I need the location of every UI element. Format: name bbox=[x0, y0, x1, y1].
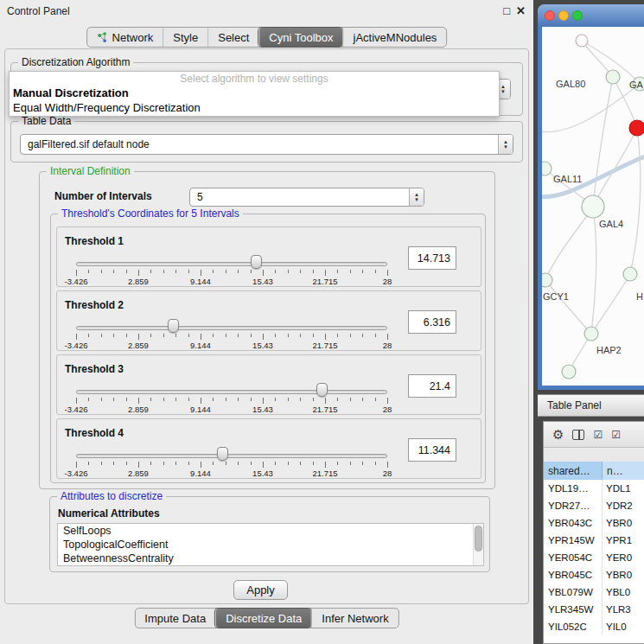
columns-icon[interactable] bbox=[572, 430, 584, 440]
tick-mark bbox=[126, 398, 127, 401]
table-row[interactable]: YER054CYER0 bbox=[544, 549, 644, 566]
tab-infer-network[interactable]: Infer Network bbox=[311, 609, 398, 628]
threshold-4-slider[interactable]: -3.4262.8599.14415.4321.71528 bbox=[76, 452, 387, 478]
table-row[interactable]: YBL079WYBL0 bbox=[544, 583, 644, 601]
table-data-combobox[interactable]: galFiltered.sif default node bbox=[20, 134, 513, 155]
table-cell: YLR3 bbox=[603, 601, 644, 618]
dropdown-option-manual-discretization[interactable]: Manual Discretization bbox=[10, 86, 499, 100]
slider-track[interactable] bbox=[76, 262, 387, 266]
tick-mark bbox=[337, 270, 338, 273]
close-traffic-light-icon[interactable] bbox=[545, 10, 555, 21]
table-row[interactable]: YDR27…YDR2 bbox=[544, 497, 644, 514]
group-label: Discretization Algorithm bbox=[18, 57, 133, 68]
minimize-traffic-light-icon[interactable] bbox=[558, 10, 569, 21]
list-item[interactable]: BetweennessCentrality bbox=[58, 552, 483, 565]
tab-impute-data[interactable]: Impute Data bbox=[135, 609, 215, 628]
tick-mark bbox=[337, 398, 338, 401]
table-row[interactable]: YBR043CYBR0 bbox=[544, 514, 644, 532]
group-label: Threshold's Coordinates for 5 Intervals bbox=[58, 208, 243, 220]
scrollbar-thumb[interactable] bbox=[475, 526, 482, 552]
slider-tick-labels: -3.4262.8599.14415.4321.71528 bbox=[76, 469, 387, 478]
threshold-3-slider[interactable]: -3.4262.8599.14415.4321.71528 bbox=[76, 388, 387, 414]
combo-value: 5 bbox=[190, 191, 409, 203]
tick-label: 15.43 bbox=[252, 277, 273, 286]
tab-label: Infer Network bbox=[322, 612, 388, 625]
tick-mark bbox=[362, 270, 363, 273]
tick-mark bbox=[213, 270, 214, 273]
apply-button[interactable]: Apply bbox=[233, 580, 288, 600]
slider-track[interactable] bbox=[76, 390, 387, 394]
column-header-name[interactable]: n… bbox=[603, 462, 644, 480]
network-node[interactable] bbox=[623, 267, 637, 281]
number-of-intervals-combobox[interactable]: 5 bbox=[189, 188, 424, 207]
tick-mark bbox=[263, 334, 264, 340]
network-node[interactable] bbox=[562, 365, 576, 379]
slider-thumb[interactable] bbox=[316, 383, 328, 397]
network-node[interactable] bbox=[584, 327, 598, 341]
tick-mark bbox=[88, 270, 89, 273]
number-of-intervals-label: Number of Intervals bbox=[54, 190, 152, 202]
tab-discretize-data[interactable]: Discretize Data bbox=[215, 609, 311, 628]
tick-label: 28 bbox=[383, 405, 392, 414]
network-node[interactable] bbox=[542, 273, 552, 287]
tick-mark bbox=[251, 270, 252, 273]
threshold-value-field[interactable]: 21.4 bbox=[408, 374, 456, 398]
slider-thumb[interactable] bbox=[168, 319, 179, 333]
list-item[interactable]: SelfLoops bbox=[58, 524, 483, 538]
tab-style[interactable]: Style bbox=[163, 28, 207, 47]
network-window-titlebar[interactable] bbox=[538, 4, 644, 27]
threshold-value-field[interactable]: 6.316 bbox=[408, 310, 456, 334]
close-icon[interactable]: ✕ bbox=[516, 4, 526, 17]
tick-mark bbox=[325, 398, 326, 404]
table-panel-header[interactable]: Table Panel bbox=[538, 394, 644, 417]
tab-network[interactable]: Network bbox=[87, 28, 163, 47]
threshold-value-field[interactable]: 11.344 bbox=[408, 438, 456, 462]
slider-thumb[interactable] bbox=[217, 447, 228, 461]
tab-cyni-toolbox[interactable]: Cyni Toolbox bbox=[258, 28, 342, 47]
network-canvas[interactable]: GAL80 GA GAL11 GAL4 GCY1 H HAP2 bbox=[542, 27, 644, 386]
scrollbar[interactable] bbox=[473, 524, 483, 565]
threshold-1-slider[interactable]: -3.4262.8599.14415.4321.71528 bbox=[76, 260, 387, 286]
tick-label: 15.43 bbox=[252, 469, 273, 478]
slider-track[interactable] bbox=[76, 326, 387, 330]
float-window-icon[interactable]: □ bbox=[503, 4, 510, 17]
tick-mark bbox=[76, 398, 77, 404]
zoom-traffic-light-icon[interactable] bbox=[572, 10, 583, 21]
table-row[interactable]: YLR345WYLR3 bbox=[544, 601, 644, 618]
slider-thumb[interactable] bbox=[251, 255, 262, 269]
tick-mark bbox=[138, 270, 139, 276]
tick-mark bbox=[238, 334, 239, 337]
network-node[interactable] bbox=[606, 70, 620, 84]
network-node[interactable] bbox=[576, 35, 588, 47]
gear-icon[interactable]: ⚙ bbox=[552, 428, 564, 441]
list-item[interactable]: TopologicalCoefficient bbox=[58, 538, 483, 552]
column-header-shared-name[interactable]: shared… bbox=[544, 462, 603, 480]
tick-mark bbox=[226, 334, 226, 337]
table-row[interactable]: YBR045CYBR0 bbox=[544, 566, 644, 583]
table-row[interactable]: YDL19…YDL1 bbox=[544, 480, 644, 497]
tick-mark bbox=[251, 398, 252, 401]
tab-jactivemnodules[interactable]: jActiveMNodules bbox=[343, 28, 447, 47]
network-node[interactable] bbox=[582, 195, 604, 218]
threshold-2-slider[interactable]: -3.4262.8599.14415.4321.71528 bbox=[76, 324, 387, 350]
tick-mark bbox=[150, 462, 151, 465]
network-node[interactable] bbox=[542, 162, 552, 175]
combo-stepper-icon[interactable] bbox=[409, 188, 424, 206]
table-row[interactable]: YPR145WYPR1 bbox=[544, 532, 644, 549]
tick-label: 2.859 bbox=[128, 405, 149, 414]
dropdown-placeholder-option[interactable]: Select algorithm to view settings bbox=[10, 72, 499, 86]
tab-select[interactable]: Select bbox=[207, 28, 258, 47]
numerical-attributes-label: Numerical Attributes bbox=[58, 507, 160, 520]
combo-stepper-icon[interactable] bbox=[498, 135, 513, 154]
slider-track[interactable] bbox=[76, 454, 387, 458]
combo-value: galFiltered.sif default node bbox=[21, 138, 498, 150]
threshold-value-field[interactable]: 14.713 bbox=[408, 246, 456, 270]
select-all-checkbox-icon[interactable]: ☑ bbox=[593, 430, 603, 440]
select-none-checkbox-icon[interactable]: ☑ bbox=[611, 430, 621, 440]
dropdown-option-equal-width[interactable]: Equal Width/Frequency Discretization bbox=[10, 100, 499, 115]
tick-mark bbox=[350, 334, 351, 337]
tick-label: 21.715 bbox=[312, 405, 337, 414]
table-row[interactable]: YIL052CYIL0 bbox=[544, 618, 644, 635]
network-node-selected[interactable] bbox=[629, 120, 644, 136]
tick-label: 9.144 bbox=[190, 405, 211, 414]
